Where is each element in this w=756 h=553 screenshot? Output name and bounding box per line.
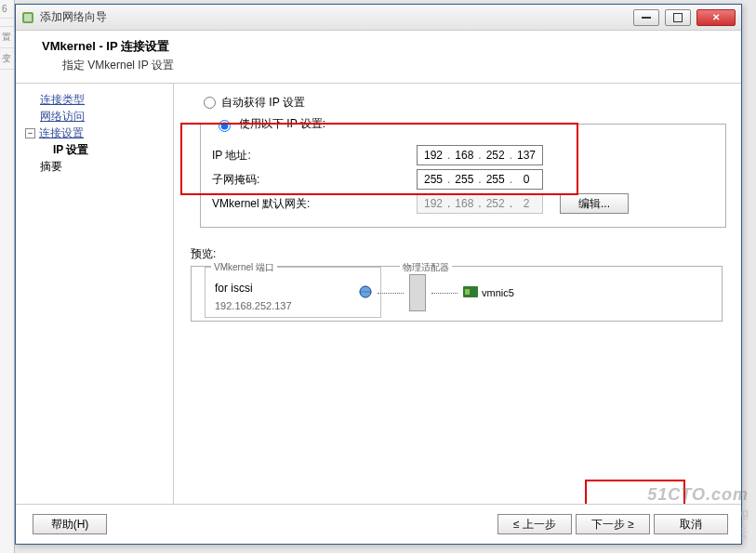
back-button[interactable]: ≤ 上一步 <box>497 514 572 534</box>
nav-summary: 摘要 <box>40 158 173 175</box>
topology-diagram: vmnic5 <box>359 274 514 311</box>
radio-manual-ip[interactable] <box>219 120 231 132</box>
radio-auto-ip-label[interactable]: 自动获得 IP 设置 <box>221 95 305 111</box>
globe-icon <box>359 285 372 301</box>
svg-rect-1 <box>24 14 32 21</box>
maximize-button[interactable] <box>665 9 691 26</box>
vmnic-label: vmnic5 <box>482 287 514 298</box>
tree-collapse-icon[interactable]: − <box>25 128 35 138</box>
preview-panel: VMkernel 端口 for iscsi 192.168.252.137 vm… <box>191 266 723 322</box>
wizard-dialog: 添加网络向导 VMkernel - IP 连接设置 指定 VMkernel IP… <box>15 4 742 545</box>
radio-manual-ip-label[interactable]: 使用以下 IP 设置: <box>239 116 325 132</box>
radio-auto-ip[interactable] <box>204 97 216 109</box>
gateway-input: 192. 168. 252. 2 <box>417 193 543 214</box>
preview-label: 预览: <box>191 246 726 262</box>
nic-icon <box>463 286 478 300</box>
physical-adapter-title: 物理适配器 <box>400 261 452 274</box>
vmkernel-port-group: VMkernel 端口 for iscsi 192.168.252.137 <box>205 267 381 318</box>
manual-ip-fieldset: 使用以下 IP 设置: IP 地址: 192. 168. 252. 137 子网… <box>200 116 726 228</box>
vmkernel-group-title: VMkernel 端口 <box>211 261 277 274</box>
gateway-label: VMkernel 默认网关: <box>212 196 417 212</box>
nav-connection-settings[interactable]: 连接设置 <box>39 125 84 141</box>
page-title: VMkernel - IP 连接设置 <box>42 38 726 55</box>
wizard-steps-nav: 连接类型 网络访问 − 连接设置 IP 设置 摘要 <box>16 84 174 504</box>
nav-ip-settings-current: IP 设置 <box>53 141 173 158</box>
vswitch-icon <box>409 274 426 311</box>
wizard-content: 自动获得 IP 设置 使用以下 IP 设置: IP 地址: 192. 168. … <box>174 84 741 504</box>
port-ip: 192.168.252.137 <box>206 299 380 317</box>
next-button[interactable]: 下一步 ≥ <box>576 514 650 534</box>
port-name: for iscsi <box>206 282 380 299</box>
wizard-footer: 帮助(H) ≤ 上一步 下一步 ≥ 取消 <box>16 504 741 544</box>
close-button[interactable] <box>696 9 736 26</box>
ip-address-label: IP 地址: <box>212 148 417 164</box>
nav-connection-type[interactable]: 连接类型 <box>40 91 173 108</box>
minimize-button[interactable] <box>633 9 659 26</box>
wizard-header: VMkernel - IP 连接设置 指定 VMkernel IP 设置 <box>16 31 741 84</box>
page-subtitle: 指定 VMkernel IP 设置 <box>62 58 726 73</box>
ip-address-input[interactable]: 192. 168. 252. 137 <box>417 145 543 165</box>
subnet-mask-label: 子网掩码: <box>212 172 417 188</box>
edit-gateway-button[interactable]: 编辑... <box>560 193 629 214</box>
background-left-strip: 6置变 <box>0 0 15 553</box>
nav-network-access[interactable]: 网络访问 <box>40 108 173 125</box>
window-title: 添加网络向导 <box>40 9 628 25</box>
cancel-button[interactable]: 取消 <box>654 514 728 534</box>
vsphere-icon <box>21 11 34 24</box>
help-button[interactable]: 帮助(H) <box>33 514 107 534</box>
svg-rect-4 <box>465 289 470 295</box>
subnet-mask-input[interactable]: 255. 255. 255. 0 <box>417 169 543 190</box>
titlebar: 添加网络向导 <box>16 5 741 31</box>
